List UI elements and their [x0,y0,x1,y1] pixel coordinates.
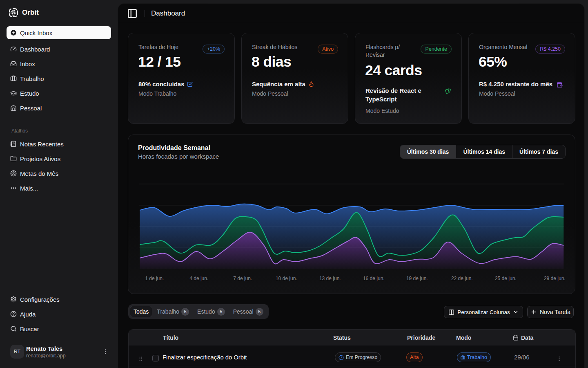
svg-text:13 de jun.: 13 de jun. [319,276,341,281]
svg-text:29 de jun.: 29 de jun. [544,276,566,281]
svg-text:16 de jun.: 16 de jun. [363,276,385,281]
svg-text:22 de jun.: 22 de jun. [451,276,473,281]
svg-text:10 de jun.: 10 de jun. [276,276,297,281]
svg-text:19 de jun.: 19 de jun. [406,276,428,281]
svg-text:4 de jun.: 4 de jun. [189,276,208,281]
svg-text:25 de jun.: 25 de jun. [495,276,517,281]
svg-text:1 de jun.: 1 de jun. [145,276,164,281]
svg-text:7 de jun.: 7 de jun. [233,276,252,281]
